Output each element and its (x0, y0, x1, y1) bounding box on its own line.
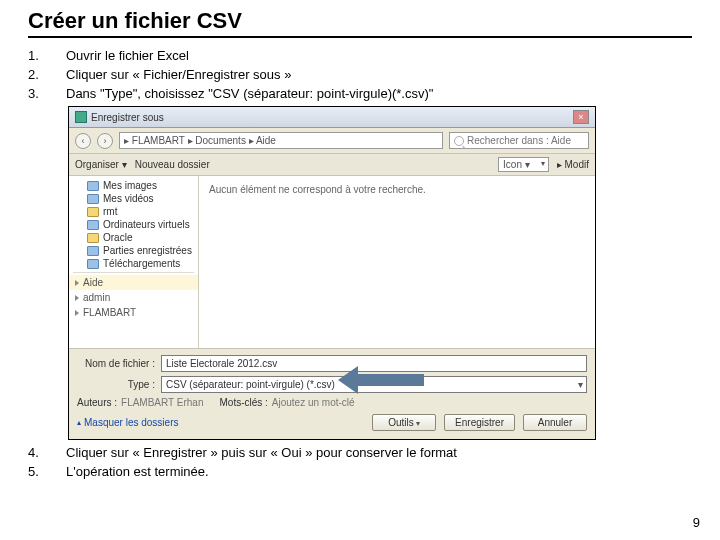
dialog-bottom: Nom de fichier : Liste Electorale 2012.c… (69, 348, 595, 439)
steps-list-top: 1. Ouvrir le fichier Excel 2. Cliquer su… (28, 46, 433, 103)
save-dialog-screenshot: Enregistrer sous × ‹ › ▸ FLAMBART ▸ Docu… (68, 106, 692, 440)
folder-icon (87, 259, 99, 269)
steps-list-bottom: 4. Cliquer sur « Enregistrer » puis sur … (28, 443, 457, 481)
list-item[interactable]: Mes vidéos (69, 192, 198, 205)
empty-message: Aucun élément ne correspond à votre rech… (209, 184, 426, 195)
dialog-titlebar: Enregistrer sous × (69, 107, 595, 128)
organize-button[interactable]: Organiser ▾ (75, 159, 127, 170)
step-number: 4. (28, 443, 66, 462)
tree-group[interactable]: Aide (69, 275, 198, 290)
dialog-title-text: Enregistrer sous (91, 112, 164, 123)
step-text: Ouvrir le fichier Excel (66, 46, 433, 65)
hide-folders-link[interactable]: Masquer les dossiers (77, 417, 178, 428)
authors-value[interactable]: FLAMBART Erhan (121, 397, 203, 408)
folder-tree[interactable]: Mes images Mes vidéos rmt Ordinateurs vi… (69, 176, 199, 348)
search-placeholder: Rechercher dans : Aide (467, 135, 571, 146)
list-item[interactable]: Parties enregistrées (69, 244, 198, 257)
filename-label: Nom de fichier : (77, 358, 155, 369)
list-item[interactable]: Téléchargements (69, 257, 198, 270)
step-text: L'opération est terminée. (66, 462, 457, 481)
view-selector[interactable]: Icon ▾ (498, 157, 549, 172)
filename-field[interactable]: Liste Electorale 2012.csv (161, 355, 587, 372)
list-item[interactable]: Oracle (69, 231, 198, 244)
folder-icon (87, 233, 99, 243)
folder-icon (87, 194, 99, 204)
breadcrumb[interactable]: ▸ FLAMBART ▸ Documents ▸ Aide (119, 132, 443, 149)
step-number: 2. (28, 65, 66, 84)
list-item[interactable]: Ordinateurs virtuels (69, 218, 198, 231)
cancel-button[interactable]: Annuler (523, 414, 587, 431)
modify-label: ▸ Modif (557, 159, 589, 170)
folder-icon (87, 207, 99, 217)
list-item[interactable]: Mes images (69, 179, 198, 192)
step-number: 5. (28, 462, 66, 481)
dialog-body: Mes images Mes vidéos rmt Ordinateurs vi… (69, 176, 595, 348)
type-label: Type : (77, 379, 155, 390)
title-underline (28, 36, 692, 38)
folder-icon (87, 220, 99, 230)
tree-group[interactable]: FLAMBART (69, 305, 198, 320)
step-text: Dans "Type", choisissez "CSV (séparateur… (66, 84, 433, 103)
excel-icon (75, 111, 87, 123)
toolbar: Organiser ▾ Nouveau dossier Icon ▾ ▸ Mod… (69, 154, 595, 176)
page-title: Créer un fichier CSV (28, 8, 692, 34)
tags-value[interactable]: Ajoutez un mot-clé (272, 397, 355, 408)
search-input[interactable]: Rechercher dans : Aide (449, 132, 589, 149)
folder-icon (87, 246, 99, 256)
tags-label: Mots-clés : (219, 397, 267, 408)
folder-icon (87, 181, 99, 191)
step-number: 1. (28, 46, 66, 65)
type-selector[interactable]: CSV (séparateur: point-virgule) (*.csv) (161, 376, 587, 393)
file-pane: Aucun élément ne correspond à votre rech… (199, 176, 595, 348)
close-icon[interactable]: × (573, 110, 589, 124)
tree-group[interactable]: admin (69, 290, 198, 305)
step-text: Cliquer sur « Enregistrer » puis sur « O… (66, 443, 457, 462)
step-number: 3. (28, 84, 66, 103)
back-icon[interactable]: ‹ (75, 133, 91, 149)
authors-label: Auteurs : (77, 397, 117, 408)
save-button[interactable]: Enregistrer (444, 414, 515, 431)
new-folder-button[interactable]: Nouveau dossier (135, 159, 210, 170)
search-icon (454, 136, 464, 146)
list-item[interactable]: rmt (69, 205, 198, 218)
page-number: 9 (693, 515, 700, 530)
tools-button[interactable]: Outils (372, 414, 436, 431)
save-as-dialog: Enregistrer sous × ‹ › ▸ FLAMBART ▸ Docu… (68, 106, 596, 440)
step-text: Cliquer sur « Fichier/Enregistrer sous » (66, 65, 433, 84)
forward-icon[interactable]: › (97, 133, 113, 149)
location-bar: ‹ › ▸ FLAMBART ▸ Documents ▸ Aide Recher… (69, 128, 595, 154)
